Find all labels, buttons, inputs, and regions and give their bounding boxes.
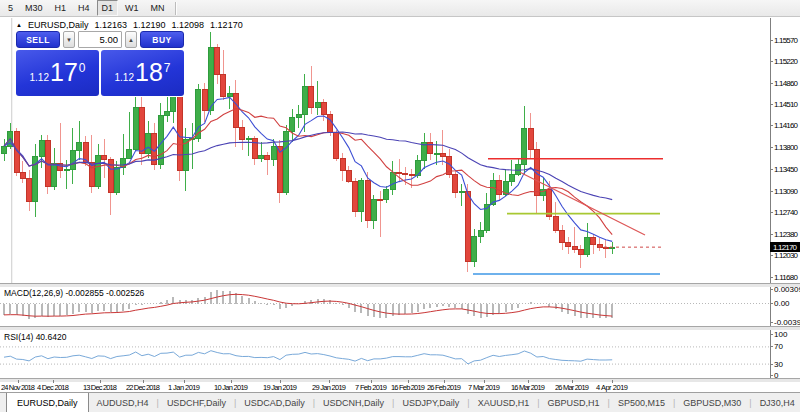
- chart-tab-audusd-h4[interactable]: AUDUSD,H4: [89, 393, 157, 412]
- chart-tab-dj30-h4[interactable]: DJ30,H4: [752, 393, 800, 412]
- candle-body: [472, 236, 477, 262]
- candle-body: [440, 153, 445, 157]
- candle-body: [171, 95, 176, 112]
- price-axis-label: 1.14510: [774, 100, 799, 109]
- buy-price-display[interactable]: 1.12 18 7: [101, 50, 184, 96]
- candle-body: [321, 102, 326, 114]
- ohlc-open: 1.12163: [94, 20, 127, 30]
- candle-body: [221, 75, 226, 96]
- sell-button[interactable]: SELL: [16, 31, 60, 48]
- candle-body: [70, 150, 75, 169]
- candle-body: [146, 133, 151, 154]
- candle-body: [133, 108, 138, 149]
- candle-body: [497, 180, 502, 194]
- candle-body: [371, 199, 376, 220]
- candle-body: [459, 192, 464, 193]
- candle-body: [591, 237, 596, 244]
- price-axis-label: 1.12380: [774, 230, 799, 239]
- time-axis-label: 13 Dec 2018: [83, 383, 117, 392]
- sell-price-big-digits: 17: [50, 60, 78, 85]
- candle-body: [240, 127, 245, 139]
- time-axis-label: 22 Dec 2018: [126, 383, 160, 392]
- candle-body: [328, 114, 333, 132]
- toolbar-separator: [175, 2, 177, 15]
- time-axis-label: 29 Jan 2019: [312, 383, 346, 392]
- candle-body: [165, 112, 170, 116]
- timeframe-button-mn[interactable]: MN: [146, 0, 170, 16]
- candle-body: [553, 217, 558, 230]
- candle-body: [265, 156, 270, 160]
- chart-tab-gbpusd-m30[interactable]: GBPUSD,M30: [675, 393, 749, 412]
- price-axis-label: 1.12740: [774, 208, 799, 217]
- rsi-axis-label: 100: [774, 330, 788, 339]
- candle-body: [334, 133, 339, 159]
- chart-tabs-bar: EURUSD,DailyAUDUSD,H4|USDCHF,Daily|USDCA…: [0, 392, 800, 412]
- time-axis-label: 26 Mar 2019: [555, 383, 589, 392]
- volume-decrease-button[interactable]: ▼: [63, 31, 75, 48]
- chart-ohlc-title: ▲ EURUSD,Daily 1.12163 1.12190 1.12098 1…: [16, 20, 243, 30]
- candle-body: [202, 90, 207, 111]
- chart-symbol-label: EURUSD,Daily: [28, 20, 89, 30]
- sell-price-display[interactable]: 1.12 17 0: [16, 50, 99, 96]
- candle-body: [96, 155, 101, 187]
- candle-body: [397, 172, 402, 173]
- candle-body: [465, 192, 470, 262]
- candle-body: [547, 189, 552, 216]
- volume-increase-button[interactable]: ▲: [125, 31, 137, 48]
- price-axis-label: 1.14160: [774, 121, 799, 130]
- candle-body: [509, 174, 514, 181]
- candle-body: [353, 182, 358, 211]
- candle-body: [603, 248, 608, 249]
- time-axis-label: 4 Dec 2018: [37, 383, 69, 392]
- candle-body: [403, 173, 408, 174]
- candle-body: [52, 164, 57, 187]
- chart-tab-usdcnh-daily[interactable]: USDCNH,Daily: [315, 393, 392, 412]
- macd-axis-label: -0.003947: [774, 318, 800, 327]
- candle-body: [309, 86, 314, 107]
- candle-body: [560, 230, 565, 243]
- timeframe-toolbar: 5M30H1H4D1W1MN: [0, 0, 800, 17]
- chart-tab-xauusd-h1[interactable]: XAUUSD,H1: [470, 393, 538, 412]
- volume-input[interactable]: [78, 31, 122, 48]
- time-axis-label: 24 Nov 2018: [1, 383, 35, 392]
- timeframe-button-h4[interactable]: H4: [73, 0, 95, 16]
- candle-body: [302, 86, 307, 115]
- timeframe-button-w1[interactable]: W1: [120, 0, 144, 16]
- buy-button[interactable]: BUY: [140, 31, 184, 48]
- chart-tab-eurusd-daily[interactable]: EURUSD,Daily: [6, 392, 89, 412]
- candle-body: [27, 178, 32, 201]
- candle-body: [259, 156, 264, 159]
- ohlc-close: 1.12170: [210, 20, 243, 30]
- chart-tab-gbpusd-h1[interactable]: GBPUSD,H1: [540, 393, 608, 412]
- time-axis-label: 7 Mar 2019: [468, 383, 500, 392]
- timeframe-button-5[interactable]: 5: [3, 0, 18, 16]
- timeframe-button-d1[interactable]: D1: [97, 0, 119, 16]
- time-axis-label: 26 Feb 2019: [427, 383, 461, 392]
- candle-body: [114, 168, 119, 193]
- ohlc-low: 1.12098: [172, 20, 205, 30]
- candle-body: [453, 174, 458, 193]
- chart-tab-usdcad-daily[interactable]: USDCAD,Daily: [236, 393, 313, 412]
- candle-body: [359, 181, 364, 211]
- candle-body: [252, 139, 257, 159]
- candle-body: [20, 173, 25, 178]
- candle-body: [39, 141, 44, 157]
- candle-body: [566, 243, 571, 247]
- buy-price-prefix: 1.12: [115, 72, 134, 83]
- candle-body: [478, 230, 483, 236]
- timeframe-button-h1[interactable]: H1: [50, 0, 72, 16]
- chart-tab-usdjpy-daily[interactable]: USDJPY,Daily: [394, 393, 467, 412]
- price-axis-label: 1.14860: [774, 79, 799, 88]
- candle-body: [208, 47, 213, 110]
- sell-price-prefix: 1.12: [30, 72, 49, 83]
- candle-body: [246, 139, 251, 140]
- candle-body: [277, 146, 282, 193]
- price-axis-label: 1.11680: [774, 273, 799, 282]
- candle-body: [271, 146, 276, 159]
- macd-indicator-label: MACD(12,26,9) -0.002855 -0.002526: [4, 288, 145, 298]
- timeframe-button-m30[interactable]: M30: [20, 0, 48, 16]
- chart-tab-sp500-m15[interactable]: SP500,M15: [610, 393, 673, 412]
- price-axis-label: 1.12030: [774, 251, 799, 260]
- chart-tab-usdchf-daily[interactable]: USDCHF,Daily: [159, 393, 234, 412]
- time-axis-label: 7 Feb 2019: [355, 383, 387, 392]
